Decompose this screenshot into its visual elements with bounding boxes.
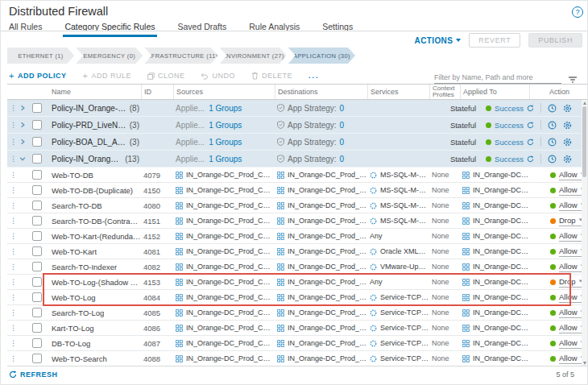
filter-input[interactable]: [434, 72, 561, 84]
drag-handle-icon[interactable]: ⋮: [10, 172, 17, 179]
tab-saved-drafts[interactable]: Saved Drafts: [176, 20, 229, 37]
rule-service[interactable]: Service-TCP-8983: [380, 354, 429, 362]
rule-context-profiles[interactable]: None: [432, 171, 449, 179]
policy-checkbox[interactable]: [32, 120, 42, 130]
rule-destination[interactable]: IN_Orange-DC_Prod_CRM-P_DB: [288, 201, 367, 209]
rule-context-profiles[interactable]: None: [432, 232, 449, 240]
rule-action-dropdown[interactable]: Allow: [559, 308, 585, 318]
rule-source[interactable]: IN_Orange-DC_Prod_CRM-P_Web: [186, 171, 275, 179]
refresh-status-icon[interactable]: [527, 105, 534, 112]
rule-destination[interactable]: IN_Orange-DC_Prod_CRM-P_DB: [288, 217, 367, 225]
rule-service[interactable]: VMware-UpdateM..: [380, 263, 429, 271]
rule-action-dropdown[interactable]: Allow: [559, 246, 585, 257]
rule-destination[interactable]: IN_Orange-DC_Prod_CRM-P_Log: [288, 308, 367, 317]
drag-handle-icon[interactable]: ⋮: [10, 325, 17, 332]
actions-dropdown[interactable]: ACTIONS: [415, 36, 462, 45]
rule-source[interactable]: IN_Orange-DC_Prod_CRM-P_Search: [186, 217, 275, 225]
rule-action-dropdown[interactable]: Allow: [559, 170, 585, 180]
settings-gear-icon[interactable]: [563, 121, 572, 130]
rule-checkbox[interactable]: [32, 308, 42, 317]
rule-row[interactable]: ⋮Search-TO-Indexer4082IN_Orange-DC_Prod_…: [7, 259, 582, 275]
settings-gear-icon[interactable]: [563, 155, 572, 164]
rule-checkbox[interactable]: [32, 277, 42, 287]
clone-button[interactable]: CLONE: [147, 72, 185, 80]
rule-source[interactable]: IN_Orange-DC_Prod_CRM-P_Web: [186, 354, 275, 362]
rule-action-dropdown[interactable]: Allow: [559, 323, 585, 333]
rule-row[interactable]: ⋮Web-TO-Kart-(Redundant SuperSet)4152IN_…: [7, 229, 582, 244]
tab-all-rules[interactable]: All Rules: [7, 20, 43, 37]
policy-row[interactable]: ⋮Policy-IN_Orange-DC_STG_CRM-S(8)Applie.…: [7, 100, 582, 117]
scroll-up-icon[interactable]: [582, 100, 587, 106]
drag-handle-icon[interactable]: ⋮: [10, 340, 17, 347]
column-header-sources[interactable]: Sources: [173, 85, 275, 99]
rule-destination[interactable]: IN_Orange-DC_Prod_CRM-P_DB: [288, 186, 367, 194]
history-clock-icon[interactable]: [548, 104, 557, 113]
drag-handle-icon[interactable]: ⋮: [10, 309, 17, 317]
rule-source[interactable]: IN_Orange-DC_Prod_CRM-P_Search: [186, 308, 275, 317]
rule-checkbox[interactable]: [32, 323, 42, 333]
rule-context-profiles[interactable]: None: [432, 263, 449, 271]
category-infrastructure[interactable]: INFRASTRUCTURE (11): [144, 48, 217, 64]
rule-applied-to[interactable]: IN_Orange-DC_Prod_CRM-P: [473, 217, 529, 225]
rule-action-dropdown[interactable]: Allow: [559, 292, 585, 303]
rule-service[interactable]: Any: [370, 278, 383, 286]
rule-context-profiles[interactable]: None: [432, 324, 449, 332]
rule-source[interactable]: IN_Orange-DC_Prod_CRM-P_Kart: [186, 324, 275, 332]
rule-context-profiles[interactable]: None: [432, 293, 449, 301]
rule-context-profiles[interactable]: None: [432, 308, 449, 317]
policy-groups-link[interactable]: 1 Groups: [209, 121, 242, 130]
rule-destination[interactable]: IN_Orange-DC_Prod_CRM-P_Sea..: [288, 354, 367, 362]
column-header-id[interactable]: ID: [141, 85, 173, 99]
tab-category-specific-rules[interactable]: Category Specific Rules: [63, 20, 156, 37]
app-strategy-value[interactable]: 0: [340, 138, 345, 147]
more-actions-button[interactable]: ...: [308, 72, 320, 80]
rule-action-dropdown[interactable]: Allow: [559, 262, 585, 272]
rule-destination[interactable]: IN_Orange-DC_Prod_CRM-P_Log: [288, 339, 367, 347]
history-clock-icon[interactable]: [548, 138, 557, 147]
history-clock-icon[interactable]: [548, 121, 557, 130]
help-icon[interactable]: ?: [572, 6, 583, 18]
rule-row[interactable]: ⋮Web-TO-DB-(Duplicate)4150IN_Orange-DC_P…: [7, 183, 582, 198]
rule-row[interactable]: ⋮DB-TO-Log4087IN_Orange-DC_Prod_CRM-P_DB…: [7, 336, 582, 351]
app-strategy-value[interactable]: 0: [340, 104, 345, 113]
rule-service[interactable]: Service-TCP-8081: [380, 324, 429, 332]
rule-source[interactable]: IN_Orange-DC_Prod_CRM-P_Web: [186, 186, 275, 194]
column-header-services[interactable]: Services: [367, 85, 429, 99]
rule-applied-to[interactable]: IN_Orange-DC_Prod_CRM-P: [473, 278, 529, 286]
rule-source[interactable]: IN_Orange-DC_Prod_CRM-P_Search: [186, 201, 275, 209]
drag-handle-icon[interactable]: ⋮: [10, 187, 17, 194]
rule-destination[interactable]: IN_Orange-DC_Prod_CRM-P_DB: [288, 171, 367, 179]
rule-context-profiles[interactable]: None: [432, 186, 449, 194]
rule-service[interactable]: Service-TCP-8081: [380, 339, 429, 347]
rule-applied-to[interactable]: IN_Orange-DC_Prod_CRM-P: [473, 171, 529, 179]
rule-service[interactable]: MS-SQL-M-TCP: [380, 217, 429, 225]
rule-row[interactable]: ⋮Web-TO-Search4088IN_Orange-DC_Prod_CRM-…: [7, 351, 582, 366]
rule-checkbox[interactable]: [32, 354, 42, 363]
refresh-status-icon[interactable]: [527, 122, 534, 129]
rule-row[interactable]: ⋮Web-TO-Kart4081IN_Orange-DC_Prod_CRM-P_…: [7, 244, 582, 259]
rule-applied-to[interactable]: IN_Orange-DC_Prod_CRM-P: [473, 324, 529, 332]
rule-checkbox[interactable]: [32, 170, 42, 180]
tab-rule-analysis[interactable]: Rule Analysis: [247, 20, 301, 37]
vertical-scrollbar[interactable]: [582, 100, 587, 366]
category-emergency[interactable]: EMERGENCY (0): [76, 48, 143, 64]
app-strategy-value[interactable]: 0: [340, 155, 345, 164]
drag-handle-icon[interactable]: ⋮: [10, 279, 17, 286]
rule-checkbox[interactable]: [32, 231, 42, 241]
policy-checkbox[interactable]: [32, 154, 42, 164]
delete-button[interactable]: DELETE: [251, 72, 292, 80]
rule-row[interactable]: ⋮Web-TO-Log4084IN_Orange-DC_Prod_CRM-P_W…: [7, 290, 582, 305]
rule-service[interactable]: Oracle XMLDB HT..: [380, 247, 429, 255]
scrollbar-thumb[interactable]: [582, 106, 586, 177]
policy-checkbox[interactable]: [32, 137, 42, 147]
rule-source[interactable]: IN_Orange-DC_Prod_CRM-P_Web: [186, 293, 275, 301]
column-header-name[interactable]: Name: [49, 85, 141, 99]
rule-context-profiles[interactable]: None: [432, 217, 449, 225]
refresh-status-icon[interactable]: [527, 139, 534, 146]
drag-handle-icon[interactable]: ⋮: [10, 155, 17, 163]
drag-handle-icon[interactable]: ⋮: [10, 122, 17, 129]
expand-chevron-icon[interactable]: [19, 122, 26, 128]
rule-action-dropdown[interactable]: Drop: [559, 216, 583, 226]
rule-applied-to[interactable]: IN_Orange-DC_Prod_CRM-P: [473, 247, 529, 255]
column-header-applied-to[interactable]: Applied To: [460, 85, 529, 99]
